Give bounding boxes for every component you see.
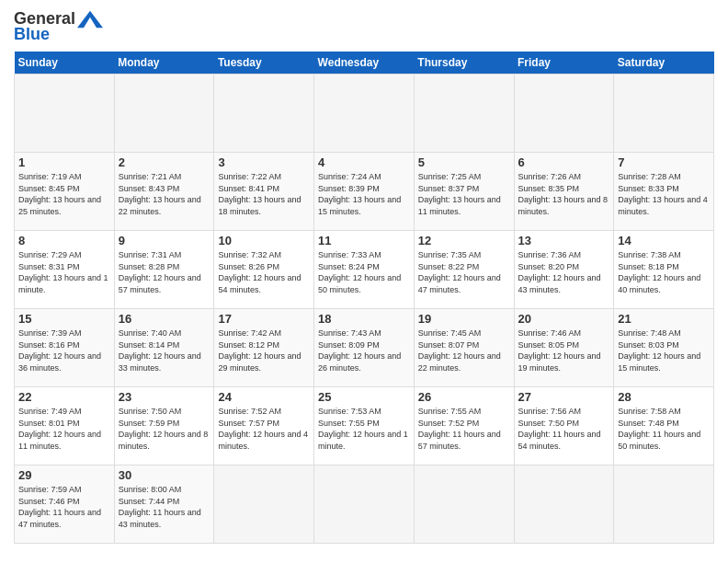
sunset: Sunset: 8:26 PM	[218, 261, 310, 273]
sunrise: Sunrise: 7:21 AM	[119, 171, 210, 183]
table-row: 28 Sunrise: 7:58 AM Sunset: 7:48 PM Dayl…	[614, 387, 714, 465]
sunset: Sunset: 8:20 PM	[518, 261, 610, 273]
day-number: 18	[318, 312, 410, 326]
table-row: 27 Sunrise: 7:56 AM Sunset: 7:50 PM Dayl…	[514, 387, 614, 465]
sunrise: Sunrise: 7:52 AM	[218, 406, 310, 418]
table-row: 24 Sunrise: 7:52 AM Sunset: 7:57 PM Dayl…	[214, 387, 314, 465]
table-row: 4 Sunrise: 7:24 AM Sunset: 8:39 PM Dayli…	[314, 153, 415, 231]
col-thursday: Thursday	[414, 52, 514, 75]
col-tuesday: Tuesday	[214, 52, 314, 75]
sunset: Sunset: 8:22 PM	[418, 261, 510, 273]
table-row	[614, 75, 714, 153]
day-number: 5	[418, 155, 510, 169]
day-number: 24	[218, 390, 310, 404]
table-row: 14 Sunrise: 7:38 AM Sunset: 8:18 PM Dayl…	[614, 231, 714, 309]
day-number: 16	[119, 312, 210, 326]
daylight: Daylight: 11 hours and 47 minutes.	[18, 507, 110, 530]
day-info: Sunrise: 7:28 AM Sunset: 8:33 PM Dayligh…	[618, 171, 710, 217]
table-row: 7 Sunrise: 7:28 AM Sunset: 8:33 PM Dayli…	[614, 153, 714, 231]
day-number: 9	[119, 234, 210, 247]
sunset: Sunset: 8:03 PM	[618, 339, 710, 351]
daylight: Daylight: 12 hours and 47 minutes.	[418, 272, 510, 295]
day-info: Sunrise: 7:50 AM Sunset: 7:59 PM Dayligh…	[119, 406, 210, 452]
sunrise: Sunrise: 7:28 AM	[618, 171, 710, 183]
daylight: Daylight: 12 hours and 15 minutes.	[618, 350, 710, 373]
table-row: 19 Sunrise: 7:45 AM Sunset: 8:07 PM Dayl…	[414, 309, 514, 387]
table-row: 11 Sunrise: 7:33 AM Sunset: 8:24 PM Dayl…	[314, 231, 415, 309]
sunset: Sunset: 8:12 PM	[218, 339, 310, 351]
sunrise: Sunrise: 7:46 AM	[518, 327, 610, 339]
day-number: 21	[618, 312, 710, 326]
sunrise: Sunrise: 8:00 AM	[119, 484, 210, 496]
table-row	[514, 465, 614, 544]
day-number: 22	[18, 390, 110, 404]
logo: General Blue	[14, 9, 103, 44]
day-info: Sunrise: 7:45 AM Sunset: 8:07 PM Dayligh…	[418, 327, 510, 373]
sunset: Sunset: 7:48 PM	[618, 418, 710, 430]
day-info: Sunrise: 7:32 AM Sunset: 8:26 PM Dayligh…	[218, 249, 310, 295]
table-row: 13 Sunrise: 7:36 AM Sunset: 8:20 PM Dayl…	[514, 231, 614, 309]
table-row	[214, 75, 314, 153]
col-sunday: Sunday	[15, 52, 115, 75]
day-info: Sunrise: 7:29 AM Sunset: 8:31 PM Dayligh…	[18, 249, 110, 295]
logo-blue-text: Blue	[14, 25, 103, 44]
col-wednesday: Wednesday	[314, 52, 415, 75]
daylight: Daylight: 11 hours and 54 minutes.	[518, 429, 610, 452]
table-row	[614, 465, 714, 544]
day-number: 10	[218, 234, 310, 247]
day-info: Sunrise: 7:42 AM Sunset: 8:12 PM Dayligh…	[218, 327, 310, 373]
day-info: Sunrise: 7:33 AM Sunset: 8:24 PM Dayligh…	[318, 249, 410, 295]
calendar-row	[15, 75, 714, 153]
day-number: 20	[518, 312, 610, 326]
col-monday: Monday	[114, 52, 214, 75]
day-number: 14	[618, 234, 710, 247]
day-info: Sunrise: 7:59 AM Sunset: 7:46 PM Dayligh…	[18, 484, 110, 530]
daylight: Daylight: 12 hours and 4 minutes.	[218, 429, 310, 452]
sunset: Sunset: 8:05 PM	[518, 339, 610, 351]
table-row: 15 Sunrise: 7:39 AM Sunset: 8:16 PM Dayl…	[15, 309, 115, 387]
calendar-table: Sunday Monday Tuesday Wednesday Thursday…	[14, 52, 714, 544]
sunset: Sunset: 7:59 PM	[119, 418, 210, 430]
day-info: Sunrise: 8:00 AM Sunset: 7:44 PM Dayligh…	[119, 484, 210, 530]
sunset: Sunset: 7:55 PM	[318, 418, 410, 430]
sunrise: Sunrise: 7:49 AM	[18, 406, 110, 418]
daylight: Daylight: 12 hours and 11 minutes.	[18, 429, 110, 452]
header-row: Sunday Monday Tuesday Wednesday Thursday…	[15, 52, 714, 75]
header: General Blue	[14, 9, 714, 44]
daylight: Daylight: 13 hours and 4 minutes.	[618, 194, 710, 217]
sunrise: Sunrise: 7:50 AM	[119, 406, 210, 418]
day-info: Sunrise: 7:21 AM Sunset: 8:43 PM Dayligh…	[119, 171, 210, 217]
day-number: 12	[418, 234, 510, 247]
table-row: 25 Sunrise: 7:53 AM Sunset: 7:55 PM Dayl…	[314, 387, 415, 465]
sunset: Sunset: 8:14 PM	[119, 339, 210, 351]
sunset: Sunset: 7:52 PM	[418, 418, 510, 430]
sunrise: Sunrise: 7:22 AM	[218, 171, 310, 183]
sunset: Sunset: 8:18 PM	[618, 261, 710, 273]
day-info: Sunrise: 7:55 AM Sunset: 7:52 PM Dayligh…	[418, 406, 510, 452]
sunset: Sunset: 8:33 PM	[618, 183, 710, 195]
sunrise: Sunrise: 7:53 AM	[318, 406, 410, 418]
sunset: Sunset: 8:24 PM	[318, 261, 410, 273]
col-saturday: Saturday	[614, 52, 714, 75]
sunset: Sunset: 8:41 PM	[218, 183, 310, 195]
sunset: Sunset: 7:44 PM	[119, 496, 210, 508]
table-row: 21 Sunrise: 7:48 AM Sunset: 8:03 PM Dayl…	[614, 309, 714, 387]
day-info: Sunrise: 7:31 AM Sunset: 8:28 PM Dayligh…	[119, 249, 210, 295]
sunset: Sunset: 8:31 PM	[18, 261, 110, 273]
day-info: Sunrise: 7:49 AM Sunset: 8:01 PM Dayligh…	[18, 406, 110, 452]
table-row	[314, 75, 415, 153]
table-row: 6 Sunrise: 7:26 AM Sunset: 8:35 PM Dayli…	[514, 153, 614, 231]
daylight: Daylight: 13 hours and 22 minutes.	[119, 194, 210, 217]
daylight: Daylight: 12 hours and 26 minutes.	[318, 350, 410, 373]
day-info: Sunrise: 7:22 AM Sunset: 8:41 PM Dayligh…	[218, 171, 310, 217]
daylight: Daylight: 12 hours and 43 minutes.	[518, 272, 610, 295]
daylight: Daylight: 13 hours and 15 minutes.	[318, 194, 410, 217]
day-number: 26	[418, 390, 510, 404]
daylight: Daylight: 12 hours and 57 minutes.	[119, 272, 210, 295]
sunrise: Sunrise: 7:24 AM	[318, 171, 410, 183]
logo-block: General Blue	[14, 9, 103, 44]
day-number: 25	[318, 390, 410, 404]
sunrise: Sunrise: 7:45 AM	[418, 327, 510, 339]
sunrise: Sunrise: 7:33 AM	[318, 249, 410, 261]
sunrise: Sunrise: 7:55 AM	[418, 406, 510, 418]
